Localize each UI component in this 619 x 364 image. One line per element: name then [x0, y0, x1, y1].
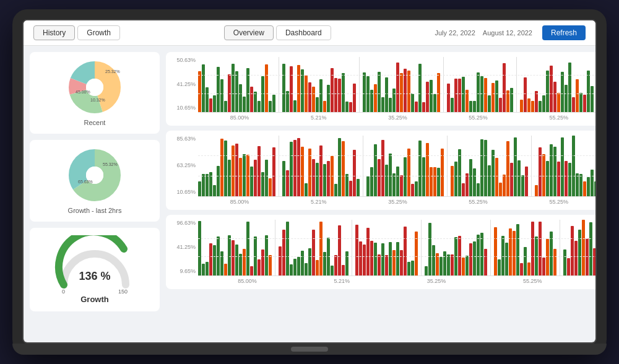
bar — [426, 143, 429, 196]
bar — [258, 259, 261, 275]
bar-group — [583, 71, 594, 112]
charts-panel: 50.63% 41.25% 10.65% 85.00% 5.21% — [166, 52, 597, 311]
bar — [366, 76, 370, 112]
bar-group — [491, 150, 498, 197]
bar — [572, 136, 575, 196]
bar — [553, 249, 556, 275]
bar — [422, 157, 425, 197]
overview-tab[interactable]: Overview — [224, 25, 274, 40]
y-axis-2: 85.63% 63.25% 10.65% — [172, 136, 198, 205]
bar — [198, 181, 201, 196]
section-divider — [443, 57, 444, 112]
bar-group — [355, 225, 362, 276]
bar — [568, 63, 571, 112]
bar — [574, 241, 578, 275]
bar — [389, 242, 392, 275]
bar — [305, 263, 308, 275]
bar-group — [583, 177, 590, 196]
bar-group — [209, 166, 220, 196]
bar — [316, 163, 319, 196]
bar — [319, 145, 322, 196]
bar — [213, 245, 216, 275]
svg-text:65.63%: 65.63% — [78, 180, 93, 184]
bar-group — [473, 235, 480, 276]
bar — [501, 236, 504, 275]
bar — [261, 76, 264, 112]
bar — [286, 91, 289, 112]
bar-group — [316, 222, 326, 275]
bar — [553, 147, 556, 197]
bar-group — [316, 145, 322, 196]
bar-group — [232, 64, 242, 112]
refresh-button[interactable]: Refresh — [542, 25, 586, 40]
bar-group — [389, 242, 396, 275]
bar — [381, 243, 384, 275]
bar — [338, 225, 341, 275]
history-tab[interactable]: History — [33, 25, 75, 40]
growth-tab[interactable]: Growth — [77, 25, 120, 40]
bar — [404, 227, 407, 276]
bar — [531, 222, 534, 275]
bar — [213, 185, 216, 197]
bar-group — [338, 225, 348, 275]
bars-3 — [198, 220, 597, 276]
bar — [591, 170, 594, 197]
bar — [400, 175, 403, 197]
bar — [338, 138, 341, 196]
bar-group — [527, 98, 534, 112]
bar-group — [480, 233, 487, 275]
bar — [235, 144, 238, 197]
bar — [462, 183, 465, 196]
bar — [524, 77, 527, 112]
bar — [415, 181, 418, 196]
recent-chart-card: 25.32% 45.00% 10.32% Recent — [30, 52, 160, 134]
bar — [323, 101, 326, 112]
bar — [378, 159, 381, 196]
bar — [469, 159, 472, 197]
bar — [217, 67, 220, 112]
dashboard-tab[interactable]: Dashboard — [276, 25, 331, 40]
bar — [261, 249, 264, 275]
bar — [334, 184, 337, 196]
bar — [342, 73, 345, 112]
bar-group — [308, 82, 315, 112]
bars-1 — [198, 57, 597, 113]
bar — [415, 102, 418, 112]
bar-group — [458, 236, 465, 275]
bar — [250, 87, 253, 112]
bar-group — [198, 64, 209, 112]
bar — [209, 243, 212, 275]
bar — [269, 101, 272, 112]
growth-pie: 55.32% 65.63% — [67, 147, 123, 203]
bar — [473, 101, 476, 113]
bar-group — [473, 72, 480, 112]
bar — [411, 261, 414, 275]
bar-group — [425, 223, 435, 275]
bar — [451, 254, 454, 275]
bar — [565, 161, 568, 196]
bar — [389, 154, 392, 196]
bar — [297, 65, 300, 112]
bar-group — [261, 235, 272, 275]
bar — [327, 85, 330, 112]
bar — [557, 93, 560, 112]
bar-group — [250, 160, 257, 196]
section-divider — [560, 220, 560, 275]
bar — [338, 79, 341, 112]
bar — [232, 240, 235, 275]
bar — [385, 255, 388, 275]
svg-text:45.00%: 45.00% — [76, 90, 90, 94]
section-divider — [490, 220, 491, 275]
bar — [480, 76, 483, 112]
x-labels-2: 85.00% 5.21% 35.25% 55.25% 55.25% 68.6% — [198, 199, 597, 205]
bar — [206, 262, 209, 275]
bar-group — [228, 235, 238, 275]
bar — [353, 150, 356, 196]
bar-group — [576, 79, 582, 112]
bar — [385, 77, 388, 112]
gauge-svg: 136 % — [54, 235, 135, 291]
end-date: August 12, 2022 — [483, 29, 532, 37]
bar — [385, 165, 388, 196]
bar — [480, 233, 483, 275]
bar — [411, 93, 414, 112]
